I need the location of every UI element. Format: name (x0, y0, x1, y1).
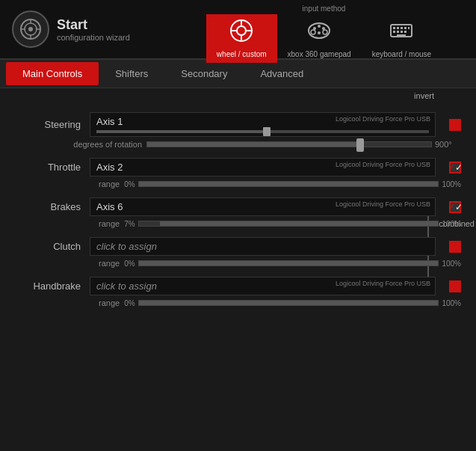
brakes-range-fill (160, 221, 439, 226)
brakes-check-icon: ✓ (448, 203, 455, 211)
steering-handle[interactable] (263, 127, 271, 136)
throttle-range-min: 0% (124, 180, 135, 188)
clutch-axis-block: Clutch click to assign (15, 237, 461, 256)
throttle-invert-btn[interactable]: ✓ (449, 162, 461, 174)
tab-shifters[interactable]: Shifters (99, 62, 164, 85)
xbox-btn-label: xbox 360 gamepad (288, 50, 351, 58)
svg-rect-30 (397, 34, 406, 36)
throttle-check-icon: ✓ (448, 163, 455, 171)
clutch-axis-box[interactable]: click to assign (90, 237, 436, 256)
clutch-range-row: range 0% 100% (15, 259, 461, 268)
steering-invert-btn[interactable] (449, 119, 461, 131)
clutch-range-bar[interactable] (138, 260, 439, 266)
handbrake-invert-btn[interactable] (449, 280, 461, 292)
steering-axis-box[interactable]: Logicool Driving Force Pro USB Axis 1 (90, 112, 436, 137)
brakes-invert-btn[interactable]: ✓ (449, 201, 461, 213)
tab-main-controls[interactable]: Main Controls (6, 62, 99, 85)
tab-secondary[interactable]: Secondary (164, 62, 244, 85)
svg-rect-23 (401, 27, 403, 29)
degrees-value: 900° (435, 140, 461, 149)
svg-rect-21 (393, 27, 395, 29)
degrees-slider[interactable] (146, 141, 432, 147)
logo-text: Start configuration wizard (57, 17, 130, 42)
svg-rect-25 (408, 27, 409, 29)
header: Start configuration wizard input method (0, 0, 476, 60)
brakes-range-row: range 7% 100% (15, 219, 461, 228)
clutch-range-label: range (99, 259, 120, 268)
tabs-bar: Main Controls Shifters Secondary Advance… (0, 60, 476, 88)
throttle-range-label: range (99, 180, 120, 188)
handbrake-label: Handbrake (15, 280, 90, 292)
svg-rect-24 (404, 27, 407, 29)
app-title: Start (57, 17, 130, 33)
brakes-device: Logicool Driving Force Pro USB (336, 200, 430, 208)
handbrake-axis-block: Handbrake Logicool Driving Force Pro USB… (15, 277, 461, 295)
handbrake-range-bar[interactable] (138, 300, 439, 306)
throttle-range-row: range 0% 100% (15, 180, 461, 188)
brakes-axis-box[interactable]: Logicool Driving Force Pro USB Axis 6 (90, 197, 436, 216)
brakes-label: Brakes (15, 201, 90, 212)
input-btn-xbox[interactable]: xbox 360 gamepad (277, 14, 362, 63)
brakes-range-label: range (99, 219, 120, 228)
svg-point-8 (237, 26, 246, 35)
input-btn-keyboard[interactable]: keyboard / mouse (362, 14, 442, 63)
handbrake-device: Logicool Driving Force Pro USB (336, 280, 430, 287)
wheel-btn-label: wheel / custom (217, 50, 267, 58)
logo-area: Start configuration wizard (0, 0, 172, 58)
throttle-range-bar[interactable] (138, 181, 439, 187)
steering-control: Steering Logicool Driving Force Pro USB … (15, 112, 461, 149)
throttle-range-max: 100% (442, 180, 461, 188)
svg-point-18 (311, 30, 315, 34)
steering-axis-block: Steering Logicool Driving Force Pro USB … (15, 112, 461, 137)
xbox-icon (307, 19, 331, 47)
throttle-control: Throttle Logicool Driving Force Pro USB … (15, 158, 461, 188)
svg-point-19 (323, 30, 327, 34)
clutch-range-min: 0% (124, 260, 135, 268)
steering-degrees-row: degrees of rotation 900° (15, 140, 461, 149)
input-method-section: input method wheel / custom (172, 0, 476, 58)
brakes-axis-block: Brakes Logicool Driving Force Pro USB Ax… (15, 197, 461, 216)
degrees-label: degrees of rotation (60, 140, 142, 149)
svg-rect-28 (401, 31, 403, 33)
svg-rect-22 (397, 27, 399, 29)
svg-point-16 (318, 25, 321, 28)
clutch-control: Clutch click to assign range 0% 100% (15, 237, 461, 268)
throttle-axis-box[interactable]: Logicool Driving Force Pro USB Axis 2 (90, 158, 436, 177)
degrees-handle[interactable] (356, 138, 364, 152)
clutch-unassigned-text: click to assign (96, 241, 429, 252)
handbrake-range-row: range 0% 100% (15, 298, 461, 307)
handbrake-control: Handbrake Logicool Driving Force Pro USB… (15, 277, 461, 307)
tab-advanced[interactable]: Advanced (244, 62, 320, 85)
brakes-range-max: 100% (442, 220, 461, 228)
brakes-range-bar[interactable] (138, 221, 439, 227)
brakes-range-min: 7% (124, 220, 135, 228)
clutch-invert-btn[interactable] (449, 241, 461, 253)
svg-point-2 (28, 27, 33, 31)
main-content: invert combined Steering Logicool Drivin… (0, 88, 476, 324)
steering-device: Logicool Driving Force Pro USB (336, 115, 430, 123)
clutch-range-fill (139, 261, 439, 266)
clutch-range-max: 100% (442, 260, 461, 268)
logo-icon (12, 10, 49, 48)
invert-header-label: invert (414, 91, 434, 100)
handbrake-range-max: 100% (442, 299, 461, 307)
svg-rect-26 (393, 31, 395, 33)
handbrake-axis-box[interactable]: Logicool Driving Force Pro USB click to … (90, 277, 436, 295)
wheel-icon (229, 19, 253, 47)
steering-label: Steering (15, 119, 90, 130)
keyboard-icon (389, 19, 413, 47)
handbrake-range-fill (139, 301, 439, 305)
throttle-range-fill (139, 182, 439, 186)
svg-rect-27 (397, 31, 399, 33)
svg-rect-29 (404, 31, 407, 33)
app-subtitle: configuration wizard (57, 33, 130, 42)
handbrake-range-min: 0% (124, 299, 135, 307)
throttle-axis-block: Throttle Logicool Driving Force Pro USB … (15, 158, 461, 177)
clutch-label: Clutch (15, 241, 90, 252)
brakes-control: Brakes Logicool Driving Force Pro USB Ax… (15, 197, 461, 228)
throttle-label: Throttle (15, 162, 90, 173)
input-btn-wheel[interactable]: wheel / custom (206, 14, 277, 63)
throttle-device: Logicool Driving Force Pro USB (336, 161, 430, 168)
degrees-fill (147, 142, 360, 147)
input-buttons: wheel / custom xbox 360 gamepad (172, 14, 476, 63)
